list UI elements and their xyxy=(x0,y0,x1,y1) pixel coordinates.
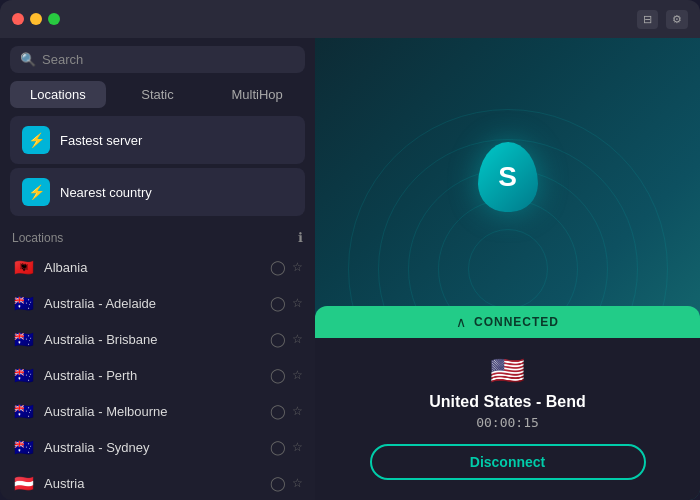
search-input[interactable] xyxy=(42,52,295,67)
location-name-aus-perth: Australia - Perth xyxy=(44,368,262,383)
tab-static[interactable]: Static xyxy=(110,81,206,108)
connected-tab[interactable]: ∧ CONNECTED xyxy=(315,306,700,338)
minimize-button[interactable] xyxy=(30,13,42,25)
flag-austria: 🇦🇹 xyxy=(12,474,36,492)
star-icon-aus-perth[interactable]: ☆ xyxy=(292,368,303,382)
signal-icon-aus-brisbane: ◯ xyxy=(270,331,286,347)
nearest-icon: ⚡ xyxy=(22,178,50,206)
search-icon: 🔍 xyxy=(20,52,36,67)
search-bar: 🔍 xyxy=(0,38,315,81)
location-item-aus-sydney[interactable]: 🇦🇺 Australia - Sydney ◯ ☆ xyxy=(6,429,309,465)
connected-time: 00:00:15 xyxy=(335,415,680,430)
location-actions-aus-perth: ◯ ☆ xyxy=(270,367,303,383)
location-item-aus-melbourne[interactable]: 🇦🇺 Australia - Melbourne ◯ ☆ xyxy=(6,393,309,429)
nearest-country-option[interactable]: ⚡ Nearest country xyxy=(10,168,305,216)
flag-aus-adelaide: 🇦🇺 xyxy=(12,294,36,312)
star-icon-albania[interactable]: ☆ xyxy=(292,260,303,274)
star-icon-austria[interactable]: ☆ xyxy=(292,476,303,490)
fastest-icon: ⚡ xyxy=(22,126,50,154)
tab-locations[interactable]: Locations xyxy=(10,81,106,108)
quick-options: ⚡ Fastest server ⚡ Nearest country xyxy=(0,116,315,222)
star-icon-aus-melbourne[interactable]: ☆ xyxy=(292,404,303,418)
location-name-albania: Albania xyxy=(44,260,262,275)
flag-aus-sydney: 🇦🇺 xyxy=(12,438,36,456)
location-name-aus-adelaide: Australia - Adelaide xyxy=(44,296,262,311)
location-actions-aus-melbourne: ◯ ☆ xyxy=(270,403,303,419)
title-bar: ⊟ ⚙ xyxy=(0,0,700,38)
location-name-aus-brisbane: Australia - Brisbane xyxy=(44,332,262,347)
location-actions-albania: ◯ ☆ xyxy=(270,259,303,275)
location-list: 🇦🇱 Albania ◯ ☆ 🇦🇺 Australia - Adelaide ◯… xyxy=(0,249,315,500)
star-icon-aus-brisbane[interactable]: ☆ xyxy=(292,332,303,346)
main-layout: 🔍 Locations Static MultiHop ⚡ Fastest se… xyxy=(0,38,700,500)
location-actions-aus-sydney: ◯ ☆ xyxy=(270,439,303,455)
locations-header: Locations ℹ xyxy=(0,222,315,249)
disconnect-button[interactable]: Disconnect xyxy=(370,444,646,480)
location-name-aus-melbourne: Australia - Melbourne xyxy=(44,404,262,419)
connected-flag: 🇺🇸 xyxy=(335,354,680,387)
flag-aus-melbourne: 🇦🇺 xyxy=(12,402,36,420)
location-item-albania[interactable]: 🇦🇱 Albania ◯ ☆ xyxy=(6,249,309,285)
chevron-up-icon: ∧ xyxy=(456,314,466,330)
flag-aus-perth: 🇦🇺 xyxy=(12,366,36,384)
star-icon-aus-adelaide[interactable]: ☆ xyxy=(292,296,303,310)
location-item-aus-brisbane[interactable]: 🇦🇺 Australia - Brisbane ◯ ☆ xyxy=(6,321,309,357)
right-panel: S ∧ CONNECTED 🇺🇸 United States - Bend 00… xyxy=(315,38,700,500)
signal-icon-aus-perth: ◯ xyxy=(270,367,286,383)
traffic-lights xyxy=(12,13,60,25)
location-item-aus-adelaide[interactable]: 🇦🇺 Australia - Adelaide ◯ ☆ xyxy=(6,285,309,321)
flag-albania: 🇦🇱 xyxy=(12,258,36,276)
info-icon[interactable]: ℹ xyxy=(298,230,303,245)
surfshark-logo: S xyxy=(478,142,538,212)
fastest-server-option[interactable]: ⚡ Fastest server xyxy=(10,116,305,164)
close-button[interactable] xyxy=(12,13,24,25)
signal-icon-aus-adelaide: ◯ xyxy=(270,295,286,311)
title-bar-icons: ⊟ ⚙ xyxy=(637,10,688,29)
nearest-country-label: Nearest country xyxy=(60,185,152,200)
app-window: ⊟ ⚙ 🔍 Locations Static MultiHop xyxy=(0,0,700,500)
signal-icon-albania: ◯ xyxy=(270,259,286,275)
location-name-austria: Austria xyxy=(44,476,262,491)
locations-section-label: Locations xyxy=(12,231,63,245)
location-actions-aus-adelaide: ◯ ☆ xyxy=(270,295,303,311)
star-icon-aus-sydney[interactable]: ☆ xyxy=(292,440,303,454)
location-item-austria[interactable]: 🇦🇹 Austria ◯ ☆ xyxy=(6,465,309,500)
sidebar: 🔍 Locations Static MultiHop ⚡ Fastest se… xyxy=(0,38,315,500)
search-input-wrap: 🔍 xyxy=(10,46,305,73)
signal-icon-austria: ◯ xyxy=(270,475,286,491)
logo-container: S xyxy=(478,142,538,212)
connected-server-name: United States - Bend xyxy=(335,393,680,411)
location-actions-austria: ◯ ☆ xyxy=(270,475,303,491)
window-icon-1[interactable]: ⊟ xyxy=(637,10,658,29)
location-name-aus-sydney: Australia - Sydney xyxy=(44,440,262,455)
tabs: Locations Static MultiHop xyxy=(0,81,315,116)
location-actions-aus-brisbane: ◯ ☆ xyxy=(270,331,303,347)
connected-status-label: CONNECTED xyxy=(474,315,559,329)
connected-content: 🇺🇸 United States - Bend 00:00:15 Disconn… xyxy=(315,338,700,500)
signal-icon-aus-melbourne: ◯ xyxy=(270,403,286,419)
fastest-server-label: Fastest server xyxy=(60,133,142,148)
connected-panel: ∧ CONNECTED 🇺🇸 United States - Bend 00:0… xyxy=(315,306,700,500)
settings-icon[interactable]: ⚙ xyxy=(666,10,688,29)
signal-icon-aus-sydney: ◯ xyxy=(270,439,286,455)
location-item-aus-perth[interactable]: 🇦🇺 Australia - Perth ◯ ☆ xyxy=(6,357,309,393)
maximize-button[interactable] xyxy=(48,13,60,25)
tab-multihop[interactable]: MultiHop xyxy=(209,81,305,108)
flag-aus-brisbane: 🇦🇺 xyxy=(12,330,36,348)
